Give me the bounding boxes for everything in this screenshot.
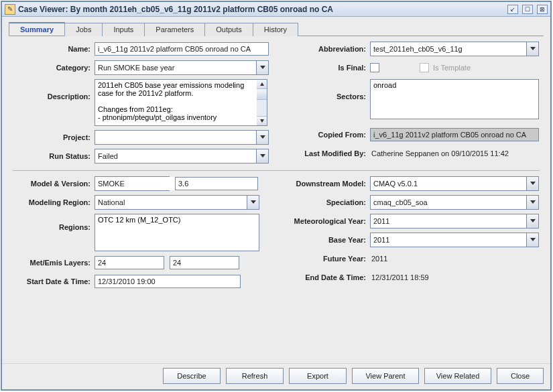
chevron-down-icon[interactable] <box>256 131 268 144</box>
modeling-region-input[interactable] <box>95 196 247 209</box>
section-divider <box>13 170 540 171</box>
future-year-value: 2011 <box>370 255 387 263</box>
svg-marker-7 <box>251 200 256 204</box>
abbreviation-label: Abbreviation: <box>276 45 370 53</box>
svg-marker-10 <box>530 219 536 222</box>
regions-textarea[interactable] <box>95 214 259 251</box>
is-final-checkbox[interactable] <box>370 63 379 72</box>
chevron-down-icon[interactable] <box>526 42 538 56</box>
start-datetime-label: Start Date & Time: <box>13 277 95 285</box>
description-label: Description: <box>13 79 95 101</box>
start-datetime-field[interactable] <box>95 275 241 288</box>
downstream-model-label: Downstream Model: <box>276 180 370 188</box>
titlebar: ✎ Case Viewer: By month 2011eh_cb05_v6_1… <box>2 2 550 17</box>
svg-marker-8 <box>530 182 536 185</box>
downstream-model-input[interactable] <box>371 177 526 190</box>
tab-history[interactable]: History <box>253 23 298 36</box>
category-input[interactable] <box>95 61 256 74</box>
future-year-label: Future Year: <box>276 255 370 263</box>
svg-marker-9 <box>530 200 536 204</box>
project-combo[interactable] <box>95 130 269 145</box>
speciation-label: Speciation: <box>276 198 370 206</box>
speciation-input[interactable] <box>371 196 526 209</box>
abbreviation-input[interactable] <box>371 42 526 56</box>
tab-summary[interactable]: Summary <box>9 22 65 36</box>
base-year-input[interactable] <box>371 233 526 247</box>
tabstrip: Summary Jobs Inputs Parameters Outputs H… <box>9 22 544 36</box>
model-combo[interactable] <box>95 176 170 191</box>
met-year-combo[interactable] <box>370 214 539 228</box>
met-year-label: Meteorological Year: <box>276 217 370 225</box>
copied-from-label: Copied From: <box>276 131 370 139</box>
tab-jobs[interactable]: Jobs <box>64 23 103 36</box>
restore-down-icon[interactable]: ↙ <box>507 5 518 14</box>
chevron-down-icon[interactable] <box>247 196 259 209</box>
scroll-thumb[interactable] <box>257 89 267 100</box>
last-modified-label: Last Modified By: <box>276 149 370 157</box>
downstream-model-combo[interactable] <box>370 176 539 191</box>
project-input[interactable] <box>95 131 256 144</box>
description-textarea[interactable] <box>95 79 257 126</box>
version-field[interactable] <box>175 177 258 190</box>
run-status-combo[interactable] <box>95 149 269 164</box>
met-layers-field[interactable] <box>95 256 164 269</box>
model-version-label: Model & Version: <box>13 180 95 188</box>
name-field[interactable] <box>95 42 269 56</box>
svg-marker-0 <box>260 66 265 69</box>
copied-from-field <box>370 128 539 141</box>
window-title: Case Viewer: By month 2011eh_cb05_v6_11g… <box>18 5 507 14</box>
met-year-input[interactable] <box>371 214 526 228</box>
is-template-checkbox <box>420 63 429 72</box>
is-template-label: Is Template <box>433 64 471 72</box>
chevron-down-icon[interactable] <box>256 61 268 74</box>
project-label: Project: <box>13 133 95 141</box>
export-button[interactable]: Export <box>289 368 347 384</box>
chevron-down-icon[interactable] <box>526 196 538 209</box>
tab-outputs[interactable]: Outputs <box>204 23 253 36</box>
regions-label: Regions: <box>13 214 95 231</box>
view-parent-button[interactable]: View Parent <box>352 368 419 384</box>
emis-layers-field[interactable] <box>170 256 239 269</box>
tab-inputs[interactable]: Inputs <box>102 23 145 36</box>
describe-button[interactable]: Describe <box>163 368 221 384</box>
description-scrollbar[interactable] <box>257 79 267 126</box>
scroll-up-icon[interactable] <box>257 80 267 89</box>
chevron-down-icon[interactable] <box>526 233 538 247</box>
svg-marker-1 <box>260 82 264 86</box>
maximize-icon[interactable]: ☐ <box>522 5 533 14</box>
view-related-button[interactable]: View Related <box>424 368 491 384</box>
svg-marker-11 <box>530 238 536 241</box>
name-label: Name: <box>13 45 95 53</box>
svg-marker-3 <box>260 135 265 139</box>
chevron-down-icon[interactable] <box>526 214 538 228</box>
scroll-down-icon[interactable] <box>257 116 267 125</box>
modeling-region-combo[interactable] <box>95 195 259 210</box>
svg-marker-5 <box>530 47 536 50</box>
tab-parameters[interactable]: Parameters <box>144 23 205 36</box>
app-icon: ✎ <box>5 4 15 15</box>
speciation-combo[interactable] <box>370 195 539 210</box>
met-emis-layers-label: Met/Emis Layers: <box>13 259 95 267</box>
chevron-down-icon[interactable] <box>256 149 268 163</box>
base-year-combo[interactable] <box>370 233 539 247</box>
svg-marker-2 <box>260 119 264 123</box>
modeling-region-label: Modeling Region: <box>13 198 95 206</box>
sectors-textarea[interactable] <box>370 79 539 119</box>
close-button[interactable]: Close <box>497 368 544 384</box>
refresh-button[interactable]: Refresh <box>226 368 284 384</box>
chevron-down-icon[interactable] <box>526 177 538 190</box>
run-status-label: Run Status: <box>13 152 95 160</box>
base-year-label: Base Year: <box>276 236 370 244</box>
is-final-label: Is Final: <box>276 64 370 72</box>
abbreviation-combo[interactable] <box>370 42 539 56</box>
category-label: Category: <box>13 64 95 72</box>
sectors-label: Sectors: <box>276 79 370 101</box>
case-viewer-window: ✎ Case Viewer: By month 2011eh_cb05_v6_1… <box>1 1 552 391</box>
close-window-icon[interactable]: ⊠ <box>537 5 548 14</box>
category-combo[interactable] <box>95 60 269 75</box>
last-modified-value: Catherine Seppanen on 09/10/2015 11:42 <box>370 149 509 157</box>
end-datetime-label: End Date & Time: <box>276 273 370 281</box>
end-datetime-value: 12/31/2011 18:59 <box>370 273 429 281</box>
run-status-input[interactable] <box>95 149 256 163</box>
summary-panel: Name: Category: Description: <box>9 36 544 359</box>
